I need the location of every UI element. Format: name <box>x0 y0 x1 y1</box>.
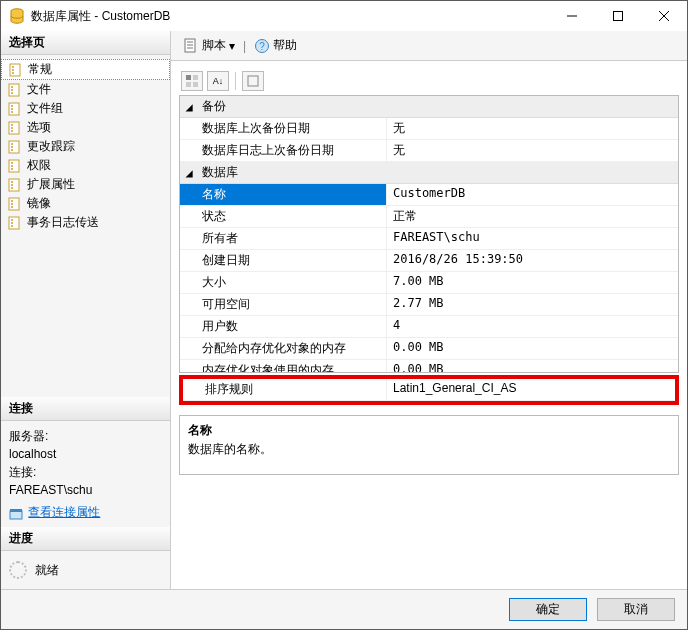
nav-label: 权限 <box>27 157 51 174</box>
nav-label: 选项 <box>27 119 51 136</box>
progress-header: 进度 <box>1 527 170 551</box>
page-icon <box>7 120 23 136</box>
property-row[interactable]: 所有者FAREAST\schu <box>180 228 678 250</box>
property-row[interactable]: 用户数4 <box>180 316 678 338</box>
nav-item[interactable]: 扩展属性 <box>1 175 170 194</box>
svg-point-10 <box>11 86 13 88</box>
toolbar-separator: | <box>243 39 246 53</box>
svg-point-6 <box>12 66 14 68</box>
svg-rect-9 <box>9 84 19 96</box>
cancel-button[interactable]: 取消 <box>597 598 675 621</box>
svg-point-31 <box>11 184 13 186</box>
nav-item[interactable]: 更改跟踪 <box>1 137 170 156</box>
nav-label: 更改跟踪 <box>27 138 75 155</box>
collapse-icon[interactable]: ◢ <box>180 166 198 180</box>
svg-point-27 <box>11 165 13 167</box>
highlighted-row-box: 排序规则 Latin1_General_CI_AS <box>179 375 679 405</box>
connection-header: 连接 <box>1 397 170 421</box>
svg-point-8 <box>12 72 14 74</box>
page-icon <box>7 82 23 98</box>
link-icon <box>9 507 23 519</box>
property-row[interactable]: 名称CustomerDB <box>180 184 678 206</box>
svg-point-7 <box>12 69 14 71</box>
alphabetical-button[interactable]: A↓ <box>207 71 229 91</box>
nav-label: 常规 <box>28 61 52 78</box>
nav-item[interactable]: 事务日志传送 <box>1 213 170 232</box>
property-row[interactable]: 可用空间2.77 MB <box>180 294 678 316</box>
svg-rect-5 <box>10 64 20 76</box>
property-row[interactable]: 分配给内存优化对象的内存0.00 MB <box>180 338 678 360</box>
description-title: 名称 <box>188 422 670 439</box>
window-title: 数据库属性 - CustomerDB <box>31 8 549 25</box>
svg-text:?: ? <box>259 41 265 52</box>
nav-item[interactable]: 权限 <box>1 156 170 175</box>
nav-label: 镜像 <box>27 195 51 212</box>
svg-point-38 <box>11 219 13 221</box>
close-button[interactable] <box>641 1 687 31</box>
script-icon <box>183 38 199 54</box>
window-buttons <box>549 1 687 31</box>
minimize-button[interactable] <box>549 1 595 31</box>
property-row[interactable]: 大小7.00 MB <box>180 272 678 294</box>
category-name: 备份 <box>198 96 230 117</box>
svg-rect-49 <box>186 75 191 80</box>
svg-point-36 <box>11 206 13 208</box>
nav-label: 文件 <box>27 81 51 98</box>
nav-item[interactable]: 常规 <box>1 59 170 80</box>
categorized-button[interactable] <box>181 71 203 91</box>
view-connection-link[interactable]: 查看连接属性 <box>28 505 100 519</box>
svg-point-16 <box>11 111 13 113</box>
svg-point-32 <box>11 187 13 189</box>
property-name: 分配给内存优化对象的内存 <box>180 338 387 359</box>
property-row[interactable]: 数据库上次备份日期无 <box>180 118 678 140</box>
property-row[interactable]: 创建日期2016/8/26 15:39:50 <box>180 250 678 272</box>
property-name: 数据库上次备份日期 <box>180 118 387 139</box>
property-row-collation[interactable]: 排序规则 Latin1_General_CI_AS <box>183 379 675 401</box>
nav-item[interactable]: 文件 <box>1 80 170 99</box>
svg-point-40 <box>11 225 13 227</box>
page-icon <box>7 101 23 117</box>
property-pages-button[interactable] <box>242 71 264 91</box>
category-name: 数据库 <box>198 162 242 183</box>
property-value: 0.00 MB <box>387 338 678 359</box>
help-button[interactable]: ? 帮助 <box>250 35 301 56</box>
help-label: 帮助 <box>273 37 297 54</box>
description-text: 数据库的名称。 <box>188 441 670 458</box>
dialog-footer: 确定 取消 <box>1 589 687 629</box>
property-value: FAREAST\schu <box>387 228 678 249</box>
svg-point-15 <box>11 108 13 110</box>
nav-item[interactable]: 镜像 <box>1 194 170 213</box>
ok-button[interactable]: 确定 <box>509 598 587 621</box>
spinner-icon <box>9 561 27 579</box>
property-value: 无 <box>387 118 678 139</box>
maximize-button[interactable] <box>595 1 641 31</box>
property-name: 创建日期 <box>180 250 387 271</box>
collapse-icon[interactable]: ◢ <box>180 100 198 114</box>
script-button[interactable]: 脚本 ▾ <box>179 35 239 56</box>
svg-rect-25 <box>9 160 19 172</box>
property-grid[interactable]: ◢备份数据库上次备份日期无数据库日志上次备份日期无◢数据库名称CustomerD… <box>179 95 679 373</box>
property-value: 正常 <box>387 206 678 227</box>
database-icon <box>9 8 25 24</box>
category-header[interactable]: ◢备份 <box>180 96 678 118</box>
page-nav-list: 常规文件文件组选项更改跟踪权限扩展属性镜像事务日志传送 <box>1 55 170 236</box>
toolbar: 脚本 ▾ | ? 帮助 <box>171 31 687 61</box>
svg-rect-51 <box>186 82 191 87</box>
property-row[interactable]: 内存优化对象使用的内存0.00 MB <box>180 360 678 373</box>
property-row[interactable]: 数据库日志上次备份日期无 <box>180 140 678 162</box>
property-name: 所有者 <box>180 228 387 249</box>
svg-rect-52 <box>193 82 198 87</box>
nav-item[interactable]: 文件组 <box>1 99 170 118</box>
page-icon <box>7 139 23 155</box>
grid-toolbar: A↓ <box>179 69 679 93</box>
server-label: 服务器: <box>9 427 162 445</box>
property-name: 状态 <box>180 206 387 227</box>
nav-item[interactable]: 选项 <box>1 118 170 137</box>
property-row[interactable]: 状态正常 <box>180 206 678 228</box>
svg-point-14 <box>11 105 13 107</box>
nav-label: 事务日志传送 <box>27 214 99 231</box>
svg-point-11 <box>11 89 13 91</box>
category-header[interactable]: ◢数据库 <box>180 162 678 184</box>
dialog-window: 数据库属性 - CustomerDB 选择页 常规文件文件组选项更改跟踪权限扩展… <box>0 0 688 630</box>
property-name: 数据库日志上次备份日期 <box>180 140 387 161</box>
